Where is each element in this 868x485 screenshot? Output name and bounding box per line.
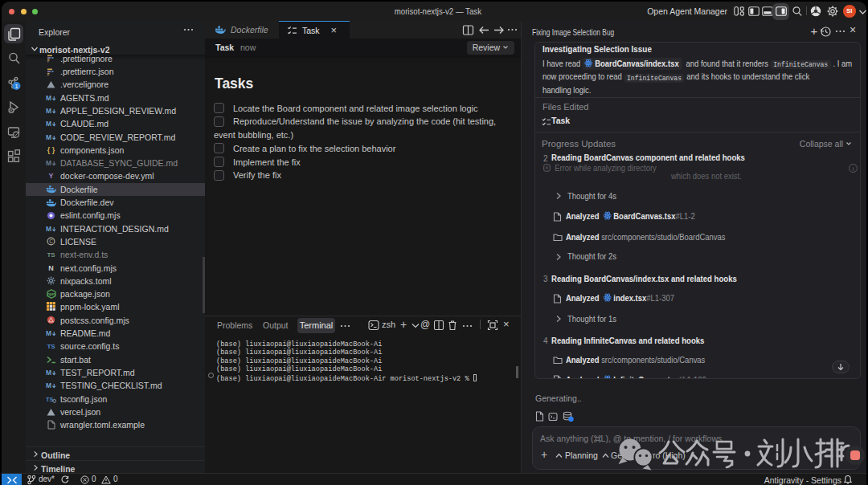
svg-text:M: M (46, 120, 51, 128)
svg-text:M: M (46, 329, 51, 337)
svg-text:M: M (46, 369, 51, 377)
svg-text:M: M (46, 381, 51, 389)
svg-text:M: M (46, 225, 51, 233)
svg-text:M: M (46, 133, 51, 141)
svg-text:M: M (46, 94, 51, 102)
svg-text:npm: npm (47, 291, 55, 296)
svg-text:M: M (46, 159, 51, 167)
svg-text:TS: TS (46, 396, 54, 403)
svg-text:1: 1 (14, 82, 18, 89)
svg-text:C: C (49, 238, 53, 244)
svg-text:M: M (46, 107, 51, 115)
